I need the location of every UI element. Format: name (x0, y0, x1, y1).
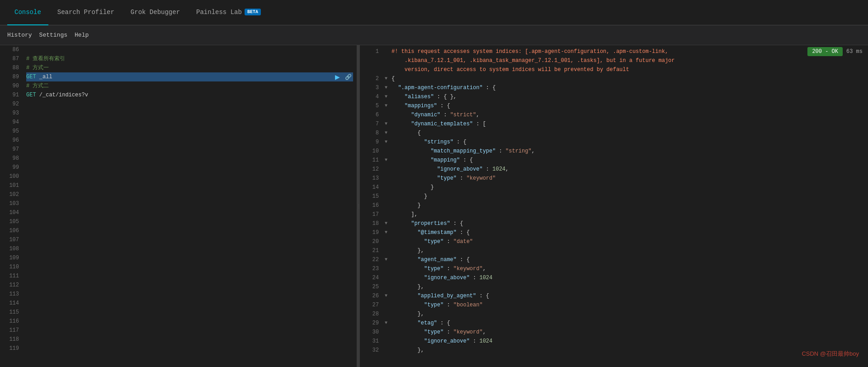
line-number: 100 (0, 172, 19, 181)
fold-icon[interactable]: ▼ (382, 129, 390, 138)
line-number: 91 (0, 91, 19, 100)
code-line[interactable] (26, 344, 357, 353)
output-line-number: 9 (360, 138, 382, 147)
code-line[interactable] (26, 317, 357, 326)
code-line[interactable] (26, 145, 357, 154)
output-line-number: 30 (360, 328, 382, 337)
code-line[interactable] (26, 335, 357, 344)
code-line[interactable]: GET /_cat/indices?v (26, 91, 357, 100)
code-text: # 查看所有索引 (26, 54, 65, 63)
output-code: "dynamic" : "strict", (390, 110, 868, 119)
tab-grok-debugger[interactable]: Grok Debugger (123, 0, 187, 25)
output-line: 19▼ "@timestamp" : { (360, 228, 868, 237)
fold-icon[interactable]: ▼ (382, 255, 390, 264)
watermark: CSDN @召田最帅boy (802, 350, 859, 358)
code-line[interactable] (26, 45, 357, 54)
code-line[interactable] (26, 235, 357, 244)
code-line[interactable] (26, 118, 357, 127)
line-number: 113 (0, 290, 19, 299)
tab-search-profiler[interactable]: Search Profiler (50, 0, 122, 25)
code-line[interactable] (26, 136, 357, 145)
output-code: "aliases" : { }, (390, 92, 868, 101)
output-code: "dynamic_templates" : [ (390, 119, 868, 129)
subnav-settings[interactable]: Settings (39, 32, 67, 38)
editor-scroll-area[interactable]: 8687888990919293949596979899100101102103… (0, 45, 357, 367)
output-code: "properties" : { (390, 219, 868, 228)
fold-icon[interactable]: ▼ (382, 228, 390, 237)
line-number: 92 (0, 100, 19, 109)
code-line[interactable] (26, 299, 357, 308)
code-line[interactable] (26, 127, 357, 136)
code-line[interactable]: GET _all▶🔗 (26, 72, 353, 81)
output-content[interactable]: 1#! this request accesses system indices… (360, 45, 868, 367)
fold-icon[interactable]: ▼ (382, 74, 390, 83)
fold-icon[interactable]: ▼ (382, 101, 390, 110)
output-line: 23 "type" : "keyword", (360, 264, 868, 273)
line-number: 102 (0, 190, 19, 199)
line-number: 119 (0, 344, 19, 353)
line-number: 107 (0, 235, 19, 244)
line-number: 97 (0, 145, 19, 154)
code-line[interactable] (26, 326, 357, 335)
fold-icon[interactable]: ▼ (382, 219, 390, 228)
run-button[interactable]: ▶ (332, 72, 342, 82)
code-line[interactable] (26, 308, 357, 317)
code-line[interactable]: # 方式二 (26, 81, 357, 91)
subnav-history[interactable]: History (7, 32, 32, 38)
output-line-number: 14 (360, 183, 382, 192)
output-line-number: 25 (360, 282, 382, 291)
fold-icon[interactable]: ▼ (382, 92, 390, 101)
tab-painless-lab[interactable]: Painless Lab BETA (189, 0, 268, 25)
code-line[interactable] (26, 100, 357, 109)
output-code: "mapping" : { (390, 156, 868, 165)
tab-console[interactable]: Console (7, 0, 48, 25)
code-line[interactable] (26, 172, 357, 181)
output-line: version, direct access to system indices… (360, 65, 868, 74)
code-line[interactable] (26, 217, 357, 226)
fold-icon[interactable]: ▼ (382, 119, 390, 129)
code-line[interactable]: # 查看所有索引 (26, 54, 357, 63)
output-code: #! this request accesses system indices:… (390, 47, 868, 56)
output-line: 2▼{ (360, 74, 868, 83)
output-line: 28 }, (360, 310, 868, 319)
code-line[interactable] (26, 154, 357, 163)
fold-icon[interactable]: ▼ (382, 156, 390, 165)
code-editor[interactable]: # 查看所有索引# 方式一GET _all▶🔗# 方式二GET /_cat/in… (23, 45, 357, 367)
fold-icon[interactable]: ▼ (382, 319, 390, 328)
output-line-number: 24 (360, 273, 382, 282)
copy-as-curl-button[interactable]: 🔗 (343, 72, 353, 82)
code-line[interactable] (26, 199, 357, 208)
code-line[interactable] (26, 163, 357, 172)
code-line[interactable] (26, 244, 357, 253)
output-line: 20 "type" : "date" (360, 237, 868, 246)
code-line[interactable]: # 方式一 (26, 63, 357, 72)
top-navigation: Console Search Profiler Grok Debugger Pa… (0, 0, 868, 25)
output-line-number: 32 (360, 346, 382, 355)
output-line: 25 }, (360, 282, 868, 291)
code-line[interactable] (26, 190, 357, 199)
code-line[interactable] (26, 109, 357, 118)
output-line: 32 }, (360, 346, 868, 355)
code-line[interactable] (26, 181, 357, 190)
code-line[interactable] (26, 253, 357, 262)
output-line-number: 26 (360, 291, 382, 300)
code-line[interactable] (26, 226, 357, 235)
line-number: 93 (0, 109, 19, 118)
code-line[interactable] (26, 281, 357, 290)
code-line[interactable] (26, 208, 357, 217)
fold-icon[interactable]: ▼ (382, 291, 390, 300)
output-code: "strings" : { (390, 138, 868, 147)
output-code: ".apm-agent-configuration" : { (390, 83, 868, 92)
status-code: 200 - OK (807, 47, 843, 56)
code-line[interactable] (26, 262, 357, 272)
output-line: 8▼ { (360, 129, 868, 138)
code-line[interactable] (26, 272, 357, 281)
fold-icon[interactable]: ▼ (382, 83, 390, 92)
output-line-number: 13 (360, 174, 382, 183)
output-line-number: 5 (360, 101, 382, 110)
subnav-help[interactable]: Help (75, 32, 89, 38)
output-line: 12 "ignore_above" : 1024, (360, 165, 868, 174)
output-line-number: 1 (360, 47, 382, 56)
code-line[interactable] (26, 290, 357, 299)
fold-icon[interactable]: ▼ (382, 138, 390, 147)
